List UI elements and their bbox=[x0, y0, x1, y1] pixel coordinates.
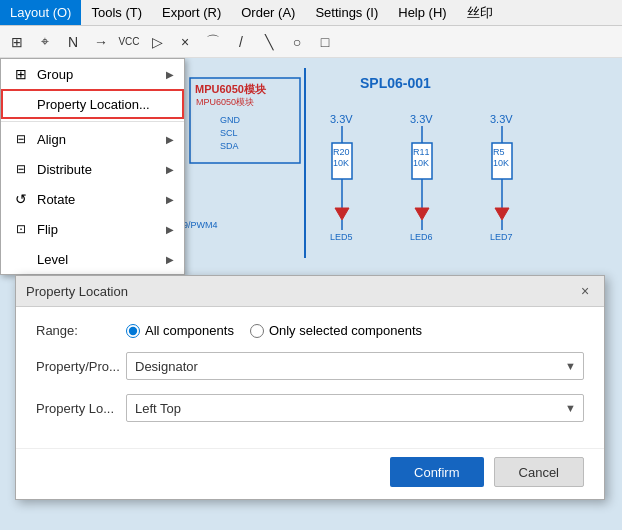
align-arrow: ▶ bbox=[166, 134, 174, 145]
property-location-icon bbox=[11, 94, 31, 114]
property-select[interactable]: Designator bbox=[126, 352, 584, 380]
menu-item-rotate[interactable]: ↺ Rotate ▶ bbox=[1, 184, 184, 214]
dialog-titlebar: Property Location × bbox=[16, 276, 604, 307]
group-label: Group bbox=[37, 67, 73, 82]
toolbar-btn-3[interactable]: N bbox=[60, 29, 86, 55]
radio-selected-label: Only selected components bbox=[269, 323, 422, 338]
rotate-icon: ↺ bbox=[11, 189, 31, 209]
svg-text:LED7: LED7 bbox=[490, 232, 513, 242]
dialog-footer: Confirm Cancel bbox=[16, 448, 604, 499]
radio-all-label: All components bbox=[145, 323, 234, 338]
property-location-dialog: Property Location × Range: All component… bbox=[15, 275, 605, 500]
svg-text:R20: R20 bbox=[333, 147, 350, 157]
menu-layout[interactable]: Layout (O) bbox=[0, 0, 81, 25]
location-select-wrapper: Left Top ▼ bbox=[126, 394, 584, 422]
distribute-icon: ⊟ bbox=[11, 159, 31, 179]
confirm-button[interactable]: Confirm bbox=[390, 457, 484, 487]
property-select-wrapper: Designator ▼ bbox=[126, 352, 584, 380]
distribute-arrow: ▶ bbox=[166, 164, 174, 175]
rotate-arrow: ▶ bbox=[166, 194, 174, 205]
menu-order[interactable]: Order (A) bbox=[231, 0, 305, 25]
toolbar-btn-10[interactable]: ○ bbox=[284, 29, 310, 55]
svg-text:GND: GND bbox=[220, 115, 241, 125]
menu-export[interactable]: Export (R) bbox=[152, 0, 231, 25]
svg-text:R5: R5 bbox=[493, 147, 505, 157]
level-label: Level bbox=[37, 252, 68, 267]
property-location-label: Property Location... bbox=[37, 97, 150, 112]
range-label: Range: bbox=[36, 323, 126, 338]
dialog-body: Range: All components Only selected comp… bbox=[16, 307, 604, 448]
svg-text:SPL06-001: SPL06-001 bbox=[360, 75, 431, 91]
svg-text:LED6: LED6 bbox=[410, 232, 433, 242]
radio-all-input[interactable] bbox=[126, 324, 140, 338]
menu-help[interactable]: Help (H) bbox=[388, 0, 456, 25]
svg-text:SDA: SDA bbox=[220, 141, 239, 151]
svg-text:10K: 10K bbox=[413, 158, 429, 168]
align-label: Align bbox=[37, 132, 66, 147]
cancel-button[interactable]: Cancel bbox=[494, 457, 584, 487]
distribute-label: Distribute bbox=[37, 162, 92, 177]
menubar: Layout (O) Tools (T) Export (R) Order (A… bbox=[0, 0, 622, 26]
toolbar-btn-1[interactable]: ⊞ bbox=[4, 29, 30, 55]
svg-text:3.3V: 3.3V bbox=[490, 113, 513, 125]
radio-all-components[interactable]: All components bbox=[126, 323, 234, 338]
flip-arrow: ▶ bbox=[166, 224, 174, 235]
menu-tools[interactable]: Tools (T) bbox=[81, 0, 152, 25]
menu-item-group[interactable]: ⊞ Group ▶ bbox=[1, 59, 184, 89]
align-icon: ⊟ bbox=[11, 129, 31, 149]
toolbar-btn-8[interactable]: / bbox=[228, 29, 254, 55]
menu-item-align[interactable]: ⊟ Align ▶ bbox=[1, 124, 184, 154]
range-row: Range: All components Only selected comp… bbox=[36, 323, 584, 338]
svg-text:SCL: SCL bbox=[220, 128, 238, 138]
svg-text:3.3V: 3.3V bbox=[410, 113, 433, 125]
level-arrow: ▶ bbox=[166, 254, 174, 265]
svg-text:10K: 10K bbox=[493, 158, 509, 168]
property-label: Property/Pro... bbox=[36, 359, 126, 374]
menu-item-flip[interactable]: ⊡ Flip ▶ bbox=[1, 214, 184, 244]
level-icon bbox=[11, 249, 31, 269]
flip-label: Flip bbox=[37, 222, 58, 237]
svg-text:MPU6050模块: MPU6050模块 bbox=[195, 83, 267, 95]
location-label: Property Lo... bbox=[36, 401, 126, 416]
toolbar: ⊞ ⌖ N → VCC ▷ × ⌒ / ╲ ○ □ bbox=[0, 26, 622, 58]
svg-text:R11: R11 bbox=[413, 147, 430, 157]
toolbar-btn-6[interactable]: × bbox=[172, 29, 198, 55]
dialog-title: Property Location bbox=[26, 284, 128, 299]
toolbar-btn-11[interactable]: □ bbox=[312, 29, 338, 55]
group-arrow: ▶ bbox=[166, 69, 174, 80]
menu-item-distribute[interactable]: ⊟ Distribute ▶ bbox=[1, 154, 184, 184]
toolbar-btn-2[interactable]: ⌖ bbox=[32, 29, 58, 55]
toolbar-btn-vcc[interactable]: VCC bbox=[116, 29, 142, 55]
radio-selected-components[interactable]: Only selected components bbox=[250, 323, 422, 338]
dialog-overlay: Property Location × Range: All component… bbox=[0, 275, 622, 530]
location-row: Property Lo... Left Top ▼ bbox=[36, 394, 584, 422]
svg-text:10K: 10K bbox=[333, 158, 349, 168]
svg-text:3.3V: 3.3V bbox=[330, 113, 353, 125]
toolbar-btn-9[interactable]: ╲ bbox=[256, 29, 282, 55]
property-row: Property/Pro... Designator ▼ bbox=[36, 352, 584, 380]
svg-text:LED5: LED5 bbox=[330, 232, 353, 242]
toolbar-btn-7[interactable]: ⌒ bbox=[200, 29, 226, 55]
toolbar-btn-4[interactable]: → bbox=[88, 29, 114, 55]
schematic-area: MPU6050模块 MPU6050模块 GND SCL SDA 09/PWM4 … bbox=[0, 58, 622, 530]
toolbar-btn-5[interactable]: ▷ bbox=[144, 29, 170, 55]
menu-item-level[interactable]: Level ▶ bbox=[1, 244, 184, 274]
dialog-close-button[interactable]: × bbox=[576, 282, 594, 300]
menu-silk[interactable]: 丝印 bbox=[457, 0, 503, 25]
menu-item-property-location[interactable]: Property Location... bbox=[1, 89, 184, 119]
radio-selected-input[interactable] bbox=[250, 324, 264, 338]
location-select[interactable]: Left Top bbox=[126, 394, 584, 422]
divider-1 bbox=[1, 121, 184, 122]
dropdown-menu: ⊞ Group ▶ Property Location... ⊟ Align ▶… bbox=[0, 58, 185, 275]
flip-icon: ⊡ bbox=[11, 219, 31, 239]
svg-text:MPU6050模块: MPU6050模块 bbox=[196, 97, 254, 107]
group-icon: ⊞ bbox=[11, 64, 31, 84]
menu-settings[interactable]: Settings (I) bbox=[305, 0, 388, 25]
rotate-label: Rotate bbox=[37, 192, 75, 207]
radio-group: All components Only selected components bbox=[126, 323, 422, 338]
